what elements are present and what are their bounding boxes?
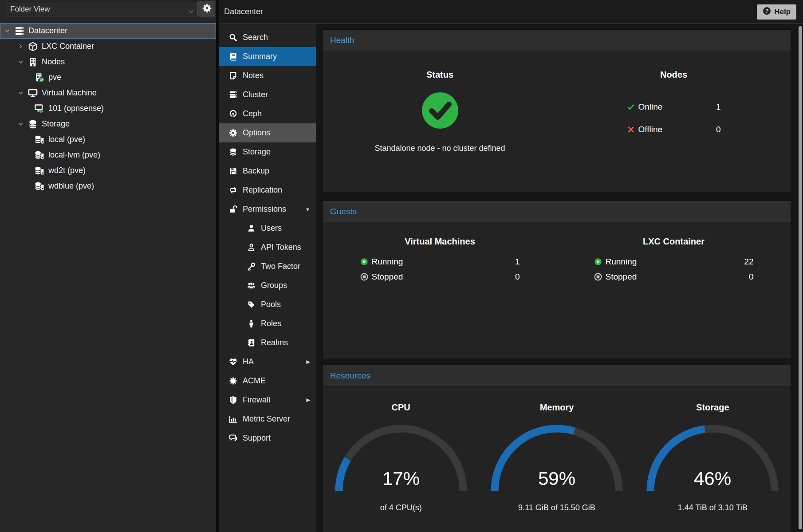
nav-item-notes[interactable]: Notes — [219, 66, 316, 85]
gauge-percent-label: 59% — [538, 468, 575, 489]
database-drive-icon — [35, 135, 44, 145]
nav-item-label: API Tokens — [261, 243, 301, 252]
nav-item-firewall[interactable]: Firewall▶ — [219, 390, 316, 410]
help-button[interactable]: ? Help — [757, 4, 796, 20]
guest-row-value: 0 — [749, 272, 754, 282]
nav-item-roles[interactable]: Roles — [219, 314, 316, 333]
nav-item-storage[interactable]: Storage — [219, 142, 316, 162]
desktop-icon — [28, 88, 38, 98]
nav-item-label: Pools — [261, 300, 281, 309]
gauge-storage: Storage46%1.44 TiB of 3.10 TiB — [635, 386, 791, 512]
nav-item-options[interactable]: Options — [219, 123, 316, 142]
node-status-row-offline: Offline0 — [627, 123, 721, 136]
tree-item-wdblue-pve[interactable]: wdblue (pve) — [0, 178, 216, 194]
nav-item-label: Users — [261, 224, 282, 233]
database-drive-icon — [35, 150, 44, 160]
nav-item-label: Groups — [261, 281, 287, 290]
guest-row-running: Running22 — [594, 256, 754, 268]
gauge-sublabel: 9.11 GiB of 15.50 GiB — [479, 503, 634, 512]
building-check-icon — [35, 73, 44, 83]
tree-item-label: local (pve) — [48, 135, 85, 144]
tree-item-label: pve — [48, 73, 61, 82]
page-title: Datacenter — [224, 0, 263, 24]
tree-item-wd2t-pve[interactable]: wd2t (pve) — [0, 163, 216, 178]
gauge-memory: Memory59%9.11 GiB of 15.50 GiB — [479, 386, 634, 512]
desktop-play-icon — [35, 104, 44, 114]
tree-item-nodes[interactable]: Nodes — [0, 54, 216, 70]
nav-item-cluster[interactable]: Cluster — [219, 85, 316, 104]
gauge-sublabel: 1.44 TiB of 3.10 TiB — [635, 503, 791, 512]
status-heading: Status — [323, 70, 557, 80]
question-circle-icon: ? — [763, 7, 771, 17]
help-button-label: Help — [774, 8, 791, 16]
nav-item-support[interactable]: Support — [219, 429, 316, 448]
bar-chart-icon — [228, 415, 238, 423]
chevron-right-icon — [17, 43, 24, 50]
tree-item-storage[interactable]: Storage — [0, 116, 216, 132]
key-icon — [246, 262, 256, 271]
search-icon — [228, 33, 238, 42]
guests-column-heading: LXC Container — [557, 236, 791, 247]
nav-item-users[interactable]: Users — [219, 219, 316, 238]
nav-item-label: HA — [243, 357, 254, 366]
tree-settings-button[interactable] — [198, 1, 215, 17]
badge-icon — [228, 377, 238, 385]
guests-panel: Guests Virtual MachinesRunning1Stopped0L… — [323, 201, 791, 359]
cross-icon — [627, 126, 635, 134]
node-status-value: 0 — [716, 125, 721, 134]
view-mode-select[interactable]: Folder View — [5, 2, 198, 16]
tree-item-label: wdblue (pve) — [48, 181, 94, 191]
node-status-label: Online — [638, 102, 663, 112]
nav-item-pools[interactable]: Pools — [219, 295, 316, 314]
nav-item-ha[interactable]: HA▶ — [219, 352, 316, 371]
vertical-scrollbar-thumb[interactable] — [799, 26, 802, 529]
nav-item-realms[interactable]: Realms — [219, 333, 316, 352]
guest-row-value: 1 — [515, 257, 520, 267]
nav-item-ceph[interactable]: Ceph — [219, 104, 316, 123]
nav-item-label: Realms — [261, 338, 288, 347]
svg-text:?: ? — [765, 8, 769, 14]
nav-item-backup[interactable]: Backup — [219, 162, 316, 181]
health-panel-title: Health — [323, 30, 791, 51]
node-status-value: 1 — [716, 102, 721, 112]
tree-item-local-pve[interactable]: local (pve) — [0, 132, 216, 147]
tree-item-local-lvm-pve[interactable]: local-lvm (pve) — [0, 147, 216, 163]
male-icon — [246, 319, 256, 328]
unlock-icon — [228, 205, 238, 213]
guests-panel-title: Guests — [323, 201, 791, 222]
server-icon — [228, 91, 238, 99]
guest-row-value: 22 — [744, 257, 753, 267]
nav-item-api-tokens[interactable]: API Tokens — [219, 238, 316, 257]
nav-item-label: Support — [243, 433, 271, 443]
building-icon — [28, 57, 38, 67]
nav-item-metric-server[interactable]: Metric Server — [219, 410, 316, 429]
nav-item-permissions[interactable]: Permissions▼ — [219, 200, 316, 219]
gauge-percent-label: 17% — [382, 468, 420, 489]
tree-item-pve[interactable]: pve — [0, 70, 216, 85]
chevron-down-icon — [17, 121, 24, 127]
user-icon — [246, 224, 256, 233]
floppy-icon — [228, 167, 238, 175]
nav-item-replication[interactable]: Replication — [219, 181, 316, 200]
tree-item-lxc-container[interactable]: LXC Container — [0, 39, 216, 54]
tree-item-datacenter[interactable]: Datacenter — [0, 23, 216, 39]
nav-item-two-factor[interactable]: Two Factor — [219, 257, 316, 276]
resources-panel: Resources CPU17%of 4 CPU(s)Memory59%9.11… — [323, 365, 791, 532]
nav-item-summary[interactable]: Summary — [219, 47, 316, 66]
nav-item-groups[interactable]: Groups — [219, 276, 316, 295]
tree-item-virtual-machine[interactable]: Virtual Machine — [0, 85, 216, 101]
nav-item-acme[interactable]: ACME — [219, 371, 316, 390]
address-book-icon — [246, 339, 256, 347]
heartbeat-icon — [228, 358, 238, 366]
status-column: Status Standalone node - no cluster defi… — [323, 51, 557, 153]
nav-item-label: Roles — [261, 319, 281, 328]
tree-item-101-opnsense[interactable]: 101 (opnsense) — [0, 101, 216, 116]
guests-column-heading: Virtual Machines — [323, 236, 557, 247]
stop-circle-icon — [360, 273, 368, 281]
nav-item-label: Backup — [243, 166, 269, 176]
nav-item-label: ACME — [243, 376, 266, 386]
nav-item-search[interactable]: Search — [219, 28, 316, 47]
datacenter-nav-menu: SearchSummaryNotesClusterCephOptionsStor… — [219, 24, 316, 532]
comments-icon — [228, 434, 238, 442]
guest-row-value: 0 — [515, 272, 520, 282]
